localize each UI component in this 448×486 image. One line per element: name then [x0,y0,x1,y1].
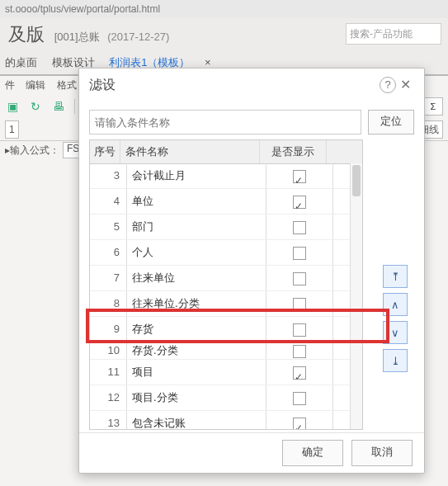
row-index: 10 [90,342,127,359]
row-name: 个人 [127,240,266,265]
show-checkbox[interactable] [293,323,306,337]
row-index: 9 [90,317,127,342]
move-up-button[interactable]: ∧ [383,293,408,316]
row-show-cell [266,291,333,316]
table-row[interactable]: 10存货.分类 [90,342,362,360]
row-index: 11 [90,360,127,385]
row-name: 单位 [127,189,266,214]
col-show-header: 是否显示 [260,140,327,163]
row-name: 会计截止月 [127,163,266,188]
scrollbar-thumb[interactable] [352,165,361,196]
row-index: 12 [90,385,127,410]
show-checkbox[interactable] [293,418,306,429]
table-row[interactable]: 5部门 [90,215,362,240]
conditions-grid: 序号 条件名称 是否显示 3会计截止月4单位5部门6个人7往来单位8往来单位.分… [89,139,363,430]
row-name: 部门 [127,215,266,239]
table-row[interactable]: 13包含未记账 [90,411,362,429]
table-row[interactable]: 9存货 [90,317,362,342]
show-checkbox[interactable] [293,345,306,358]
table-row[interactable]: 3会计截止月 [90,163,362,189]
row-show-cell [266,360,333,385]
row-index: 8 [90,291,127,316]
row-index: 4 [90,189,127,214]
row-name: 往来单位 [127,266,266,290]
table-row[interactable]: 4单位 [90,189,362,215]
row-index: 3 [90,163,127,188]
dialog-footer: 确定 取消 [79,432,424,473]
row-name: 项目.分类 [127,385,266,410]
move-top-button[interactable]: ⤒ [383,265,408,288]
show-checkbox[interactable] [293,221,306,234]
row-index: 5 [90,215,127,239]
show-checkbox[interactable] [293,272,306,285]
row-name: 往来单位.分类 [127,291,266,316]
show-checkbox[interactable] [293,392,306,405]
table-row[interactable]: 11项目 [90,360,362,385]
show-checkbox[interactable] [293,366,306,380]
table-row[interactable]: 7往来单位 [90,266,362,291]
ok-button[interactable]: 确定 [282,440,343,466]
condition-search-input[interactable] [89,110,361,134]
grid-header: 序号 条件名称 是否显示 [90,140,362,164]
row-show-cell [266,317,333,342]
reorder-buttons: ⤒ ∧ ∨ ⤓ [383,265,408,372]
row-show-cell [266,342,333,359]
dialog-title: 滤设 [89,68,116,101]
row-index: 6 [90,240,127,265]
row-name: 包含未记账 [127,411,266,429]
row-name: 存货.分类 [127,342,266,359]
col-index-header: 序号 [90,140,120,163]
row-show-cell [266,240,333,265]
table-row[interactable]: 12项目.分类 [90,385,362,411]
close-icon[interactable]: ✕ [396,68,414,101]
cancel-button[interactable]: 取消 [351,440,413,466]
row-name: 项目 [127,360,266,385]
row-name: 存货 [127,317,266,342]
show-checkbox[interactable] [293,196,306,209]
row-show-cell [266,266,333,290]
filter-settings-dialog: 滤设 ? ✕ 定位 序号 条件名称 是否显示 3会计截止月4单位5部门6个人7往… [78,68,425,474]
grid-scrollbar[interactable] [350,163,362,429]
show-checkbox[interactable] [293,170,306,183]
col-name-header: 条件名称 [120,140,260,163]
help-icon[interactable]: ? [380,77,396,93]
row-show-cell [266,411,333,429]
row-index: 7 [90,266,127,290]
move-bottom-button[interactable]: ⤓ [383,349,408,372]
show-checkbox[interactable] [293,247,306,260]
locate-button[interactable]: 定位 [368,110,414,134]
row-show-cell [266,163,333,188]
row-index: 13 [90,411,127,429]
table-row[interactable]: 6个人 [90,240,362,266]
dialog-header: 滤设 ? ✕ [79,68,424,101]
show-checkbox[interactable] [293,298,306,311]
table-row[interactable]: 8往来单位.分类 [90,291,362,317]
move-down-button[interactable]: ∨ [383,321,408,344]
